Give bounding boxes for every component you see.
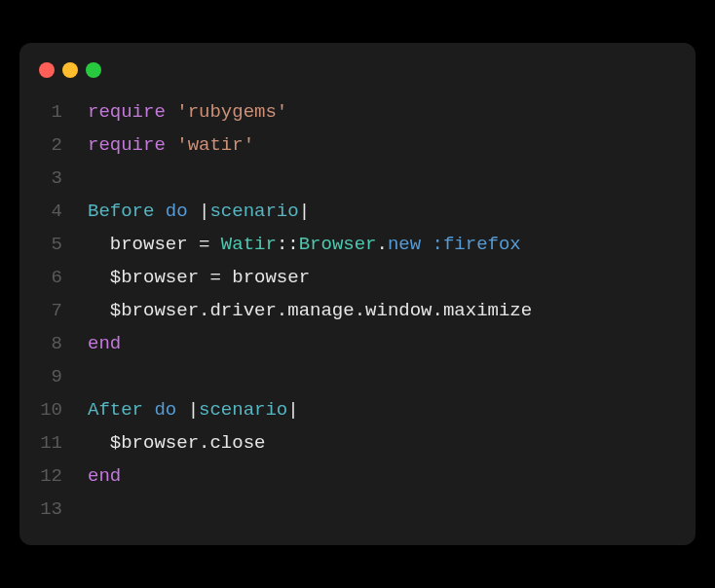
code-line: 5 browser = Watir::Browser.new :firefox (19, 228, 696, 261)
code-content: $browser = browser (88, 261, 310, 294)
token-keyword: end (88, 465, 121, 487)
token-space (421, 234, 432, 255)
token-new: new (388, 234, 421, 255)
token-punct: . (199, 432, 209, 454)
token-space (199, 267, 209, 288)
code-line: 11 $browser.close (19, 426, 696, 459)
token-punct: . (433, 300, 443, 321)
token-indent (88, 432, 110, 454)
token-punct: | (299, 201, 310, 222)
line-number: 7 (19, 294, 88, 327)
token-punct: | (199, 201, 209, 222)
code-content: end (88, 327, 121, 360)
token-space (143, 399, 154, 421)
token-indent (88, 234, 110, 255)
code-content: Before do |scenario| (88, 195, 310, 228)
token-string: 'rubygems' (176, 101, 287, 123)
code-content: $browser.close (88, 426, 265, 459)
token-identifier: After (88, 399, 143, 421)
line-number: 2 (19, 129, 88, 162)
token-punct: | (287, 399, 298, 421)
minimize-icon[interactable] (62, 62, 78, 78)
token-keyword: end (88, 333, 121, 354)
line-number: 12 (19, 459, 88, 493)
token-global: $browser (110, 300, 199, 321)
code-line: 8 end (19, 327, 696, 360)
code-line: 6 $browser = browser (19, 261, 696, 294)
token-space (221, 267, 232, 288)
token-var: browser (110, 234, 188, 255)
token-op: = (199, 234, 209, 255)
token-method: window (365, 300, 432, 321)
line-number: 9 (19, 360, 88, 393)
token-method: manage (287, 300, 354, 321)
code-line: 2 require 'watir' (19, 129, 696, 162)
code-line: 13 (19, 493, 696, 526)
line-number: 8 (19, 327, 88, 360)
line-number: 11 (19, 426, 88, 459)
token-space (166, 134, 176, 156)
line-number: 5 (19, 228, 88, 261)
token-keyword: do (166, 201, 188, 222)
titlebar (19, 62, 696, 95)
token-global: $browser (110, 267, 199, 288)
token-class: Watir (221, 234, 277, 255)
token-class: Browser (299, 234, 377, 255)
token-space (188, 234, 199, 255)
line-number: 10 (19, 393, 88, 426)
line-number: 6 (19, 261, 88, 294)
token-global: $browser (110, 432, 199, 454)
token-punct: | (188, 399, 199, 421)
code-area: 1 require 'rubygems' 2 require 'watir' 3… (19, 95, 696, 526)
token-method: close (209, 432, 265, 454)
token-param: scenario (199, 399, 287, 421)
code-line: 7 $browser.driver.manage.window.maximize (19, 294, 696, 327)
token-keyword: require (88, 134, 166, 156)
code-content: require 'watir' (88, 129, 254, 162)
code-line: 4 Before do |scenario| (19, 195, 696, 228)
token-punct: :: (277, 234, 299, 255)
token-indent (88, 300, 110, 321)
code-line: 3 (19, 162, 696, 195)
close-icon[interactable] (39, 62, 55, 78)
token-space (154, 201, 165, 222)
token-identifier: Before (88, 201, 154, 222)
token-string: 'watir' (176, 134, 254, 156)
token-param: scenario (209, 201, 298, 222)
code-line: 9 (19, 360, 696, 393)
code-line: 12 end (19, 459, 696, 493)
token-punct: . (377, 234, 388, 255)
line-number: 1 (19, 95, 88, 129)
code-content: end (88, 459, 121, 493)
line-number: 4 (19, 195, 88, 228)
code-line: 10 After do |scenario| (19, 393, 696, 426)
token-punct: . (199, 300, 209, 321)
token-keyword: do (154, 399, 176, 421)
token-symbol: :firefox (433, 234, 521, 255)
token-op: = (209, 267, 220, 288)
token-space (176, 399, 187, 421)
token-punct: . (355, 300, 365, 321)
token-var: browser (232, 267, 310, 288)
token-method: maximize (443, 300, 532, 321)
line-number: 3 (19, 162, 88, 195)
code-content: browser = Watir::Browser.new :firefox (88, 228, 521, 261)
code-content: require 'rubygems' (88, 95, 287, 129)
token-space (209, 234, 220, 255)
token-space (188, 201, 199, 222)
code-line: 1 require 'rubygems' (19, 95, 696, 129)
token-space (166, 101, 176, 123)
token-punct: . (277, 300, 287, 321)
token-method: driver (209, 300, 276, 321)
maximize-icon[interactable] (86, 62, 101, 78)
token-indent (88, 267, 110, 288)
code-content: $browser.driver.manage.window.maximize (88, 294, 532, 327)
code-content: After do |scenario| (88, 393, 299, 426)
token-keyword: require (88, 101, 166, 123)
line-number: 13 (19, 493, 88, 526)
editor-window: 1 require 'rubygems' 2 require 'watir' 3… (19, 43, 696, 545)
